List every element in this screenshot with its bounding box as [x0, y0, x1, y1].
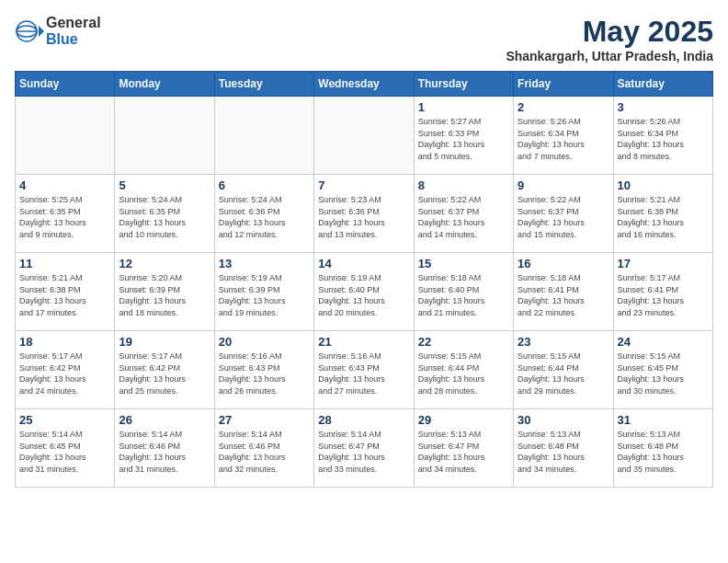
day-number: 6 — [219, 178, 310, 192]
calendar-cell — [314, 97, 414, 175]
calendar-cell — [16, 97, 115, 175]
calendar-cell: 23Sunrise: 5:15 AM Sunset: 6:44 PM Dayli… — [514, 331, 613, 409]
day-info: Sunrise: 5:13 AM Sunset: 6:48 PM Dayligh… — [518, 429, 609, 475]
day-info: Sunrise: 5:22 AM Sunset: 6:37 PM Dayligh… — [418, 194, 509, 240]
day-number: 21 — [318, 335, 409, 349]
weekday-header-wednesday: Wednesday — [314, 72, 414, 97]
day-number: 14 — [318, 257, 409, 270]
day-info: Sunrise: 5:25 AM Sunset: 6:35 PM Dayligh… — [19, 194, 110, 240]
day-info: Sunrise: 5:17 AM Sunset: 6:42 PM Dayligh… — [119, 350, 210, 396]
day-number: 12 — [119, 257, 210, 270]
calendar-cell: 30Sunrise: 5:13 AM Sunset: 6:48 PM Dayli… — [514, 409, 613, 488]
day-info: Sunrise: 5:15 AM Sunset: 6:44 PM Dayligh… — [418, 350, 509, 396]
calendar-cell: 9Sunrise: 5:22 AM Sunset: 6:37 PM Daylig… — [514, 175, 613, 253]
week-row-1: 1Sunrise: 5:27 AM Sunset: 6:33 PM Daylig… — [16, 97, 713, 175]
day-number: 1 — [418, 100, 509, 114]
calendar-cell — [214, 97, 313, 175]
calendar-cell: 8Sunrise: 5:22 AM Sunset: 6:37 PM Daylig… — [414, 175, 513, 253]
day-number: 5 — [119, 178, 210, 192]
day-info: Sunrise: 5:23 AM Sunset: 6:36 PM Dayligh… — [318, 194, 409, 240]
calendar-cell: 17Sunrise: 5:17 AM Sunset: 6:41 PM Dayli… — [613, 253, 712, 331]
calendar-cell: 22Sunrise: 5:15 AM Sunset: 6:44 PM Dayli… — [414, 331, 513, 409]
week-row-4: 18Sunrise: 5:17 AM Sunset: 6:42 PM Dayli… — [16, 331, 713, 409]
day-number: 31 — [618, 413, 709, 427]
day-number: 19 — [119, 335, 210, 349]
logo-icon — [15, 17, 44, 46]
day-info: Sunrise: 5:14 AM Sunset: 6:47 PM Dayligh… — [318, 429, 409, 475]
calendar-cell: 15Sunrise: 5:18 AM Sunset: 6:40 PM Dayli… — [414, 253, 513, 331]
calendar-cell: 19Sunrise: 5:17 AM Sunset: 6:42 PM Dayli… — [115, 331, 214, 409]
calendar-cell: 4Sunrise: 5:25 AM Sunset: 6:35 PM Daylig… — [16, 175, 115, 253]
logo-general-text: General — [46, 15, 101, 31]
day-info: Sunrise: 5:27 AM Sunset: 6:33 PM Dayligh… — [418, 116, 509, 162]
calendar-table: SundayMondayTuesdayWednesdayThursdayFrid… — [15, 71, 713, 488]
day-number: 9 — [518, 178, 609, 192]
calendar-cell: 6Sunrise: 5:24 AM Sunset: 6:36 PM Daylig… — [214, 175, 313, 253]
day-info: Sunrise: 5:24 AM Sunset: 6:36 PM Dayligh… — [219, 194, 310, 240]
calendar-cell: 16Sunrise: 5:18 AM Sunset: 6:41 PM Dayli… — [514, 253, 613, 331]
weekday-header-friday: Friday — [514, 72, 613, 97]
day-number: 28 — [318, 413, 409, 427]
day-info: Sunrise: 5:22 AM Sunset: 6:37 PM Dayligh… — [518, 194, 609, 240]
day-number: 8 — [418, 178, 509, 192]
day-info: Sunrise: 5:13 AM Sunset: 6:47 PM Dayligh… — [418, 429, 509, 475]
weekday-header-saturday: Saturday — [613, 72, 712, 97]
day-info: Sunrise: 5:18 AM Sunset: 6:40 PM Dayligh… — [418, 272, 509, 318]
day-info: Sunrise: 5:16 AM Sunset: 6:43 PM Dayligh… — [318, 350, 409, 396]
day-number: 23 — [518, 335, 609, 349]
day-number: 18 — [19, 335, 110, 349]
day-number: 2 — [518, 100, 609, 114]
logo: General Blue — [15, 15, 101, 47]
day-info: Sunrise: 5:14 AM Sunset: 6:46 PM Dayligh… — [119, 429, 210, 475]
calendar-cell: 28Sunrise: 5:14 AM Sunset: 6:47 PM Dayli… — [314, 409, 414, 488]
weekday-header-tuesday: Tuesday — [214, 72, 313, 97]
day-info: Sunrise: 5:21 AM Sunset: 6:38 PM Dayligh… — [19, 272, 110, 318]
calendar-cell: 21Sunrise: 5:16 AM Sunset: 6:43 PM Dayli… — [314, 331, 414, 409]
logo-blue-text: Blue — [46, 31, 101, 48]
calendar-cell: 7Sunrise: 5:23 AM Sunset: 6:36 PM Daylig… — [314, 175, 414, 253]
day-info: Sunrise: 5:26 AM Sunset: 6:34 PM Dayligh… — [518, 116, 609, 162]
day-number: 4 — [19, 178, 110, 192]
day-number: 24 — [618, 335, 709, 349]
day-number: 13 — [219, 257, 310, 270]
week-row-2: 4Sunrise: 5:25 AM Sunset: 6:35 PM Daylig… — [16, 175, 713, 253]
day-number: 17 — [618, 257, 709, 270]
day-info: Sunrise: 5:21 AM Sunset: 6:38 PM Dayligh… — [618, 194, 709, 240]
day-number: 16 — [518, 257, 609, 270]
day-info: Sunrise: 5:19 AM Sunset: 6:40 PM Dayligh… — [318, 272, 409, 318]
day-info: Sunrise: 5:20 AM Sunset: 6:39 PM Dayligh… — [119, 272, 210, 318]
day-info: Sunrise: 5:14 AM Sunset: 6:46 PM Dayligh… — [219, 429, 310, 475]
day-number: 7 — [318, 178, 409, 192]
day-number: 30 — [518, 413, 609, 427]
day-number: 29 — [418, 413, 509, 427]
day-info: Sunrise: 5:15 AM Sunset: 6:45 PM Dayligh… — [618, 350, 709, 396]
calendar-cell: 29Sunrise: 5:13 AM Sunset: 6:47 PM Dayli… — [414, 409, 513, 488]
weekday-header-thursday: Thursday — [414, 72, 513, 97]
day-number: 11 — [19, 257, 110, 270]
weekday-header-monday: Monday — [115, 72, 214, 97]
calendar-cell: 13Sunrise: 5:19 AM Sunset: 6:39 PM Dayli… — [214, 253, 313, 331]
day-info: Sunrise: 5:14 AM Sunset: 6:45 PM Dayligh… — [19, 429, 110, 475]
calendar-cell: 26Sunrise: 5:14 AM Sunset: 6:46 PM Dayli… — [115, 409, 214, 488]
day-info: Sunrise: 5:26 AM Sunset: 6:34 PM Dayligh… — [618, 116, 709, 162]
day-number: 10 — [618, 178, 709, 192]
day-number: 25 — [19, 413, 110, 427]
svg-marker-3 — [39, 26, 44, 37]
calendar-cell: 27Sunrise: 5:14 AM Sunset: 6:46 PM Dayli… — [214, 409, 313, 488]
calendar-cell: 31Sunrise: 5:13 AM Sunset: 6:48 PM Dayli… — [613, 409, 712, 488]
day-info: Sunrise: 5:24 AM Sunset: 6:35 PM Dayligh… — [119, 194, 210, 240]
calendar-cell: 14Sunrise: 5:19 AM Sunset: 6:40 PM Dayli… — [314, 253, 414, 331]
calendar-cell: 3Sunrise: 5:26 AM Sunset: 6:34 PM Daylig… — [613, 97, 712, 175]
calendar-cell: 2Sunrise: 5:26 AM Sunset: 6:34 PM Daylig… — [514, 97, 613, 175]
day-number: 20 — [219, 335, 310, 349]
calendar-cell: 25Sunrise: 5:14 AM Sunset: 6:45 PM Dayli… — [16, 409, 115, 488]
month-year-title: May 2025 — [506, 15, 713, 49]
calendar-header-row: SundayMondayTuesdayWednesdayThursdayFrid… — [16, 72, 713, 97]
day-number: 15 — [418, 257, 509, 270]
day-info: Sunrise: 5:15 AM Sunset: 6:44 PM Dayligh… — [518, 350, 609, 396]
calendar-cell — [115, 97, 214, 175]
calendar-cell: 10Sunrise: 5:21 AM Sunset: 6:38 PM Dayli… — [613, 175, 712, 253]
week-row-5: 25Sunrise: 5:14 AM Sunset: 6:45 PM Dayli… — [16, 409, 713, 488]
calendar-cell: 11Sunrise: 5:21 AM Sunset: 6:38 PM Dayli… — [16, 253, 115, 331]
day-number: 3 — [618, 100, 709, 114]
